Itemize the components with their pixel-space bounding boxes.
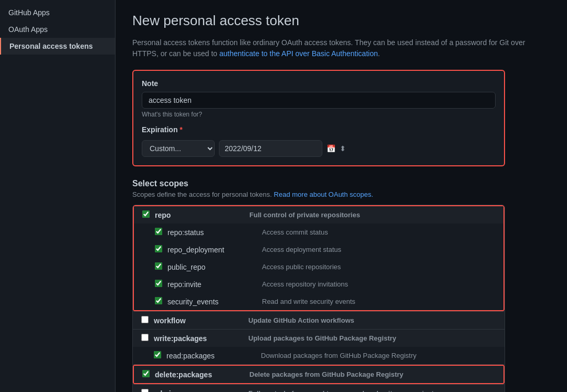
required-star: * xyxy=(180,125,182,134)
scope-row-repo-deployment: repo_deployment Access deployment status xyxy=(134,241,503,258)
scope-group-repo: repo Full control of private repositorie… xyxy=(133,205,505,312)
page-title: New personal access token xyxy=(132,13,550,29)
scope-row-security-events: security_events Read and write security … xyxy=(134,293,503,310)
checkbox-repo-invite[interactable] xyxy=(155,280,162,287)
scope-group-delete-packages: delete:packages Delete packages from Git… xyxy=(133,365,505,385)
scope-group-write-packages: write:packages Upload packages to GitHub… xyxy=(133,330,505,365)
main-content: New personal access token Personal acces… xyxy=(116,0,567,392)
checkbox-repo-status[interactable] xyxy=(155,228,162,235)
scopes-section: Select scopes Scopes define the access f… xyxy=(132,179,505,392)
checkbox-read-packages[interactable] xyxy=(154,351,161,358)
scopes-description: Scopes define the access for personal to… xyxy=(132,190,505,198)
checkbox-write-packages[interactable] xyxy=(141,334,149,341)
scope-row-write-packages: write:packages Upload packages to GitHub… xyxy=(133,330,505,347)
scope-row-read-packages: read:packages Download packages from Git… xyxy=(133,347,505,364)
scopes-table: repo Full control of private repositorie… xyxy=(132,205,505,392)
auth-link[interactable]: authenticate to the API over Basic Authe… xyxy=(219,49,378,58)
sidebar: GitHub Apps OAuth Apps Personal access t… xyxy=(0,0,116,392)
note-label: Note xyxy=(142,79,496,88)
note-input[interactable] xyxy=(142,92,496,109)
scope-row-admin-org: admin:org Full control of orgs and teams… xyxy=(133,385,505,392)
scope-row-repo-status: repo:status Access commit status xyxy=(134,224,503,241)
checkbox-workflow[interactable] xyxy=(141,316,149,323)
note-hint: What's this token for? xyxy=(142,111,496,118)
sidebar-item-github-apps[interactable]: GitHub Apps xyxy=(0,4,115,21)
expiry-select[interactable]: Custom... 30 days 60 days 90 days No exp… xyxy=(142,140,215,157)
scope-group-workflow: workflow Update GitHub Action workflows xyxy=(133,312,505,330)
checkbox-repo[interactable] xyxy=(142,210,150,218)
checkbox-public-repo[interactable] xyxy=(155,262,162,270)
oauth-scopes-link[interactable]: Read more about OAuth scopes. xyxy=(274,190,373,198)
scope-row-public-repo: public_repo Access public repositories xyxy=(134,258,503,276)
scope-row-repo: repo Full control of private repositorie… xyxy=(134,206,503,224)
checkbox-admin-org[interactable] xyxy=(141,389,149,392)
expiration-label: Expiration * xyxy=(142,125,496,134)
scope-row-delete-packages: delete:packages Delete packages from Git… xyxy=(134,366,503,383)
note-section: Note What's this token for? Expiration *… xyxy=(132,70,505,166)
scope-group-admin-org: admin:org Full control of orgs and teams… xyxy=(133,385,505,392)
scope-row-repo-invite: repo:invite Access repository invitation… xyxy=(134,276,503,293)
checkbox-delete-packages[interactable] xyxy=(142,370,150,377)
checkbox-security-events[interactable] xyxy=(155,297,162,304)
stepper-icon[interactable]: ⬍ xyxy=(340,144,346,153)
scope-row-workflow: workflow Update GitHub Action workflows xyxy=(133,312,505,329)
sidebar-item-oauth-apps[interactable]: OAuth Apps xyxy=(0,21,115,38)
calendar-icon[interactable]: 📅 xyxy=(327,144,335,153)
date-input[interactable] xyxy=(219,140,322,157)
scopes-title: Select scopes xyxy=(132,179,505,188)
expiration-row: Custom... 30 days 60 days 90 days No exp… xyxy=(142,140,496,157)
checkbox-repo-deployment[interactable] xyxy=(155,245,162,252)
sidebar-item-personal-access-tokens[interactable]: Personal access tokens xyxy=(0,38,115,55)
description-text: Personal access tokens function like ord… xyxy=(132,37,550,59)
